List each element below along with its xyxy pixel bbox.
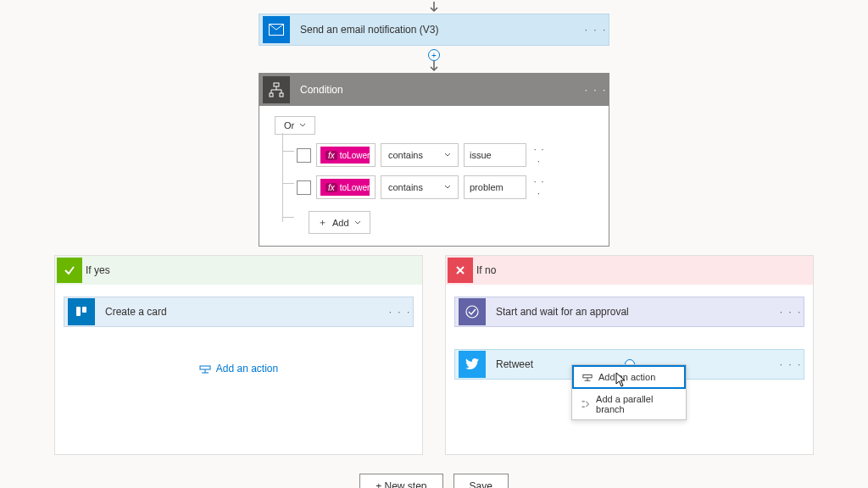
add-condition-button[interactable]: ＋ Add — [309, 211, 370, 234]
branch-header[interactable]: If no — [446, 256, 813, 285]
approvals-icon — [459, 298, 486, 325]
connector-arrow — [0, 61, 868, 73]
chevron-down-icon — [444, 184, 451, 191]
connector-arrow — [0, 2, 868, 14]
condition-title: Condition — [293, 84, 583, 96]
condition-header[interactable]: Condition · · · — [259, 74, 609, 106]
group-operator-label: Or — [284, 120, 294, 130]
action-title: Start and wait for an approval — [489, 306, 778, 318]
svg-rect-8 — [270, 93, 273, 97]
svg-point-18 — [466, 306, 478, 318]
svg-rect-22 — [583, 374, 592, 377]
action-title: Send an email notification (V3) — [293, 24, 583, 36]
action-title: Create a card — [98, 306, 387, 318]
branch-icon — [581, 399, 590, 409]
action-menu[interactable]: · · · — [387, 306, 413, 318]
operator-select[interactable]: contains — [381, 143, 459, 167]
fx-token[interactable]: fxtoLower(…× — [320, 179, 370, 196]
branch-title: If yes — [86, 264, 110, 276]
chevron-down-icon — [354, 219, 361, 226]
chevron-down-icon — [299, 122, 306, 129]
action-menu[interactable]: · · · — [778, 306, 804, 318]
svg-rect-12 — [82, 307, 86, 313]
svg-rect-13 — [200, 366, 210, 369]
operand-right[interactable]: problem — [464, 175, 526, 199]
action-menu[interactable]: · · · — [778, 358, 804, 370]
svg-rect-9 — [280, 93, 283, 97]
svg-rect-11 — [76, 307, 81, 316]
row-checkbox[interactable] — [297, 148, 311, 163]
group-operator-select[interactable]: Or — [275, 116, 315, 135]
condition-icon — [263, 76, 290, 103]
new-step-button[interactable]: + New step — [359, 474, 442, 488]
branch-header[interactable]: If yes — [55, 256, 422, 285]
mail-icon — [263, 16, 290, 43]
if-yes-branch: If yes Create a card · · · Add an action — [54, 255, 423, 455]
check-icon — [57, 258, 82, 283]
condition-row: fxtoLower(…× contains issue · · · — [287, 135, 593, 167]
operand-left[interactable]: fxtoLower(…× — [316, 143, 376, 167]
action-create-card[interactable]: Create a card · · · — [64, 297, 414, 327]
trello-icon — [68, 298, 95, 325]
save-button[interactable]: Save — [453, 474, 509, 488]
insert-step-node[interactable]: + — [428, 49, 440, 61]
operand-left[interactable]: fxtoLower(…× — [316, 175, 376, 199]
fx-token[interactable]: fxtoLower(…× — [320, 147, 370, 164]
add-row-wrap: ＋ Add — [287, 199, 593, 234]
svg-rect-3 — [274, 83, 279, 86]
condition-tree: fxtoLower(…× contains issue · · · fxtoLo… — [275, 135, 593, 234]
twitter-icon — [459, 351, 486, 378]
add-action-link[interactable]: Add an action — [64, 363, 414, 374]
bottom-bar: + New step Save — [0, 474, 868, 488]
flow-designer-canvas: Send an email notification (V3) · · · + … — [0, 0, 868, 488]
action-menu[interactable]: · · · — [583, 24, 609, 36]
row-checkbox[interactable] — [297, 180, 311, 195]
close-icon — [448, 258, 473, 283]
cursor-icon — [615, 372, 627, 387]
popup-add-action[interactable]: Add an action — [572, 365, 686, 389]
condition-block: Condition · · · Or fxtoLower(…× contains — [259, 73, 609, 247]
insert-step-popup: Add an action Add a parallel branch — [571, 364, 687, 420]
condition-menu[interactable]: · · · — [583, 84, 609, 96]
condition-row: fxtoLower(…× contains problem · · · — [287, 167, 593, 199]
if-no-branch: If no Start and wait for an approval · ·… — [445, 255, 814, 455]
add-action-icon — [582, 372, 593, 382]
branch-area: If yes Create a card · · · Add an action — [0, 255, 868, 455]
branch-title: If no — [476, 264, 496, 276]
row-menu[interactable]: · · · — [531, 175, 547, 199]
action-approval[interactable]: Start and wait for an approval · · · — [454, 297, 804, 327]
operator-select[interactable]: contains — [381, 175, 459, 199]
row-menu[interactable]: · · · — [531, 143, 547, 167]
chevron-down-icon — [444, 152, 451, 158]
action-send-email[interactable]: Send an email notification (V3) · · · — [259, 14, 609, 46]
plus-icon: ＋ — [318, 216, 327, 229]
popup-add-branch[interactable]: Add a parallel branch — [572, 389, 686, 419]
operand-right[interactable]: issue — [464, 143, 526, 167]
add-action-icon — [199, 363, 211, 374]
condition-body: Or fxtoLower(…× contains issue · · · — [259, 106, 609, 246]
